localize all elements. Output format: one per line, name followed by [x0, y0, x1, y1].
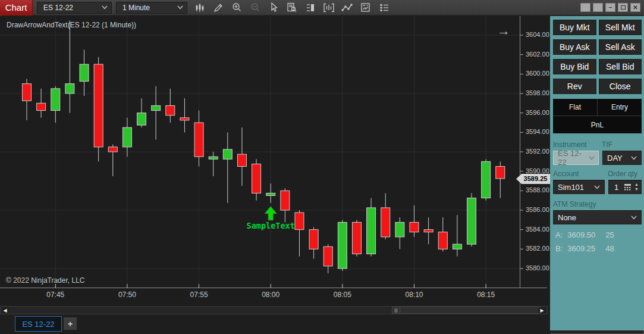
- account-label: Account: [553, 170, 608, 178]
- chart-trader-panel: Buy Mkt Sell Mkt Buy Ask Sell Ask Buy Bi…: [550, 16, 644, 330]
- order-qty-field[interactable]: 1 ▲ ▼: [608, 180, 642, 194]
- tif-select[interactable]: DAY: [602, 151, 642, 165]
- price-tick-label: 3580.00: [526, 264, 553, 271]
- order-qty-value: 1: [609, 183, 624, 192]
- scrollbar-grip[interactable]: [392, 307, 400, 313]
- ask-size: 25: [605, 230, 614, 239]
- price-tick-label: 3604.00: [526, 31, 553, 38]
- chevron-down-icon: [631, 156, 637, 160]
- tab-bar: ES 12-22 +: [0, 315, 550, 334]
- order-buttons: Buy Mkt Sell Mkt Buy Ask Sell Ask Buy Bi…: [550, 16, 644, 94]
- buy-mkt-button[interactable]: Buy Mkt: [553, 20, 596, 35]
- price-tick-label: 3596.00: [526, 109, 553, 116]
- line-studies-icon[interactable]: [341, 2, 354, 14]
- tif-label: TIF: [602, 141, 612, 149]
- cursor-icon[interactable]: [267, 2, 280, 14]
- chevron-down-icon: [177, 5, 183, 10]
- time-tick-label: 07:50: [113, 291, 142, 299]
- entry-status: Entry: [598, 99, 642, 116]
- sell-ask-button[interactable]: Sell Ask: [599, 39, 642, 55]
- time-tick-label: 07:45: [41, 291, 70, 299]
- calculator-icon[interactable]: [624, 183, 632, 191]
- time-tick-label: 08:00: [256, 291, 285, 299]
- ask-price: 3609.50: [567, 230, 605, 239]
- properties-icon[interactable]: [378, 2, 391, 14]
- add-tab-button[interactable]: +: [64, 317, 77, 330]
- interval-select-value: 1 Minute: [122, 4, 150, 12]
- order-qty-label: Order qty: [608, 170, 637, 178]
- spinner-down-icon[interactable]: ▼: [634, 188, 639, 191]
- price-tick-label: 3582.00: [526, 245, 553, 252]
- atm-strategy-label: ATM Strategy: [553, 200, 596, 208]
- bars-icon[interactable]: [193, 2, 206, 14]
- price-tick-label: 3584.00: [526, 226, 553, 233]
- zoom-out-icon: [249, 2, 262, 14]
- price-tick-label: 3602.00: [526, 51, 553, 58]
- indicator-label: DrawArrowAndText(ES 12-22 (1 Minute)): [7, 21, 136, 29]
- bid-price: 3609.25: [567, 244, 605, 253]
- indicators-icon[interactable]: [322, 2, 335, 14]
- candlestick-chart-canvas[interactable]: SampleText: [0, 16, 550, 288]
- tab-es-12-22[interactable]: ES 12-22: [15, 316, 62, 332]
- flat-status: Flat: [553, 99, 598, 116]
- panel-instrument-select: ES 12-22: [553, 151, 599, 165]
- zoom-in-icon[interactable]: [230, 2, 243, 14]
- annotation-text[interactable]: SampleText: [247, 221, 295, 230]
- price-tick-label: 3588.00: [526, 186, 553, 193]
- time-tick-label: 08:05: [328, 291, 357, 299]
- instrument-select-value: ES 12-22: [43, 4, 73, 12]
- scrollbar-thumb[interactable]: [392, 307, 541, 314]
- strategies-icon[interactable]: [359, 2, 372, 14]
- chevron-down-icon: [589, 156, 595, 160]
- sell-mkt-button[interactable]: Sell Mkt: [599, 20, 642, 35]
- price-tick-label: 3592.00: [526, 148, 553, 155]
- price-tick-label: 3600.00: [526, 70, 553, 77]
- workspace-button-2[interactable]: [593, 3, 603, 12]
- time-tick-label: 07:55: [185, 291, 213, 299]
- buy-ask-button[interactable]: Buy Ask: [553, 39, 596, 55]
- position-display: Flat Entry PnL: [553, 99, 642, 133]
- account-select[interactable]: Sim101: [553, 180, 605, 194]
- minimize-button[interactable]: –: [605, 3, 615, 12]
- chart-window: Chart ES 12-22 1 Minute: [0, 0, 644, 334]
- close-button[interactable]: ✕: [630, 3, 640, 12]
- window-title-chart[interactable]: Chart: [0, 0, 33, 15]
- scrollbar-left-arrow-icon[interactable]: ◀: [1, 307, 9, 313]
- window-controls: – ✕: [580, 3, 640, 12]
- data-box-icon[interactable]: [285, 2, 299, 14]
- right-arrow-icon[interactable]: →: [497, 23, 510, 39]
- ask-prefix: A:: [555, 230, 563, 239]
- drawing-tools-icon[interactable]: [212, 2, 225, 14]
- horizontal-scrollbar[interactable]: ◀ ▶: [0, 306, 548, 314]
- bid-size: 48: [605, 244, 614, 253]
- price-tick-label: 3594.00: [526, 128, 553, 135]
- qty-spinner[interactable]: ▲ ▼: [632, 183, 641, 191]
- maximize-button[interactable]: [618, 3, 628, 12]
- sell-bid-button[interactable]: Sell Bid: [599, 59, 642, 74]
- bid-quote-row: B: 3609.25 48: [555, 244, 644, 253]
- spinner-up-icon[interactable]: ▲: [634, 183, 639, 186]
- interval-select[interactable]: 1 Minute: [116, 2, 187, 14]
- ask-quote-row: A: 3609.50 25: [555, 230, 644, 239]
- chart-panel-icon[interactable]: [304, 2, 317, 14]
- chart-region: SampleText DrawArrowAndText(ES 12-22 (1 …: [0, 16, 550, 334]
- rev-button[interactable]: Rev: [553, 79, 596, 94]
- price-tick-label: 3598.00: [526, 89, 553, 96]
- toolbar-icons: [193, 2, 391, 14]
- price-tick-label: 3590.00: [526, 167, 553, 174]
- atm-strategy-select[interactable]: None: [553, 210, 642, 224]
- last-price-marker: 3589.25: [516, 174, 550, 184]
- toolbar: Chart ES 12-22 1 Minute: [0, 0, 644, 15]
- scrollbar-right-arrow-icon[interactable]: ▶: [538, 307, 546, 313]
- close-position-button[interactable]: Close: [599, 79, 642, 94]
- copyright-label: © 2022 NinjaTrader, LLC: [6, 276, 84, 285]
- price-tick-label: 3586.00: [526, 206, 553, 213]
- instrument-select[interactable]: ES 12-22: [37, 2, 112, 14]
- time-tick-label: 08:15: [472, 291, 500, 299]
- bid-prefix: B:: [555, 244, 563, 253]
- buy-bid-button[interactable]: Buy Bid: [553, 59, 596, 74]
- chevron-down-icon: [631, 216, 637, 220]
- chevron-down-icon: [594, 185, 600, 189]
- instrument-label: Instrument: [553, 141, 602, 149]
- workspace-button-1[interactable]: [580, 3, 590, 12]
